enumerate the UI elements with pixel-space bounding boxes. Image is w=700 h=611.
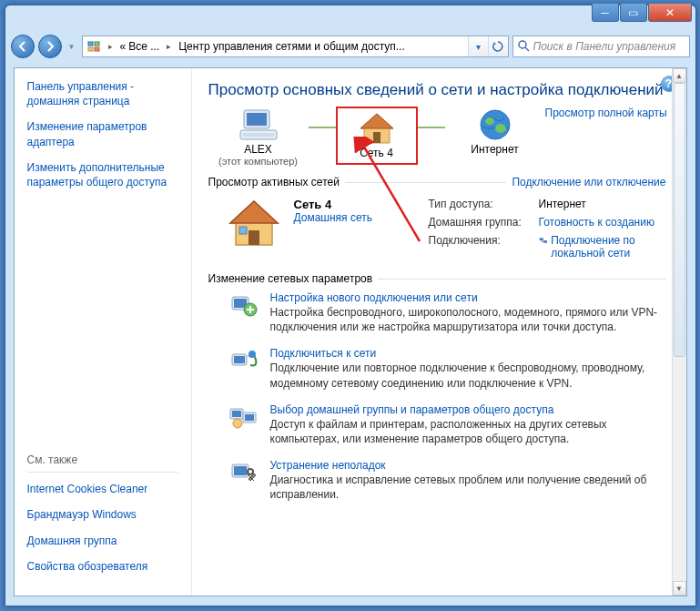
seealso-link[interactable]: Свойства обозревателя (27, 559, 178, 574)
scroll-down-button[interactable]: ▼ (673, 581, 686, 596)
refresh-button[interactable] (488, 36, 508, 57)
svg-rect-3 (95, 47, 99, 51)
scroll-thumb[interactable] (674, 83, 685, 357)
prop-key: Домашняя группа: (429, 216, 533, 229)
network-type-link[interactable]: Домашняя сеть (294, 211, 372, 224)
titlebar: ─ ▭ ✕ (5, 5, 695, 31)
chevron-right-icon[interactable]: ▸ (105, 36, 117, 56)
sidebar-link-sharing[interactable]: Изменить дополнительные параметры общего… (27, 160, 178, 189)
connection-link[interactable]: Подключение по локальной сети (539, 234, 666, 260)
sidebar: Панель управления - домашняя страница Из… (15, 68, 192, 596)
pc-label: ALEX (244, 143, 272, 156)
map-network[interactable]: Сеть 4 (336, 107, 418, 165)
svg-rect-7 (247, 113, 267, 126)
pc-icon (238, 107, 279, 143)
address-dropdown[interactable]: ▾ (468, 36, 488, 57)
svg-point-11 (481, 110, 510, 139)
svg-rect-26 (232, 411, 241, 417)
svg-line-5 (525, 47, 529, 51)
house-icon (357, 110, 397, 147)
sidebar-link-adapter[interactable]: Изменение параметров адаптера (27, 119, 178, 148)
maximize-button[interactable]: ▭ (620, 4, 647, 22)
svg-rect-28 (245, 414, 254, 421)
map-internet[interactable]: Интернет (445, 107, 545, 156)
window: ─ ▭ ✕ ▼ ▸ « Все ... ▸ Центр управления с… (5, 5, 696, 606)
page-title: Просмотр основных сведений о сети и наст… (208, 81, 666, 99)
option-desc: Подключение или повторное подключение к … (270, 361, 666, 390)
pc-sublabel: (этот компьютер) (218, 156, 298, 167)
svg-rect-15 (249, 230, 259, 245)
svg-point-12 (485, 117, 494, 125)
prop-key: Подключения: (429, 234, 533, 260)
content: ? Просмотр основных сведений о сети и на… (192, 68, 686, 596)
network-name: Сеть 4 (294, 198, 372, 211)
house-icon (227, 198, 281, 249)
active-networks-header: Просмотр активных сетей (208, 176, 340, 188)
breadcrumb-prev[interactable]: « Все ... (117, 36, 164, 56)
svg-point-13 (495, 124, 506, 133)
change-settings-header: Изменение сетевых параметров (208, 272, 373, 285)
prop-key: Тип доступа: (429, 198, 533, 210)
seealso-title: См. также (27, 453, 178, 466)
sidebar-link-home[interactable]: Панель управления - домашняя страница (27, 79, 178, 108)
option-title[interactable]: Устранение неполадок (270, 459, 666, 472)
globe-icon (475, 107, 515, 143)
homegroup-icon (228, 403, 259, 431)
option-connect[interactable]: Подключиться к сети Подключение или повт… (208, 341, 666, 396)
svg-rect-9 (243, 133, 274, 137)
svg-rect-16 (239, 227, 247, 234)
option-title[interactable]: Выбор домашней группы и параметров общег… (270, 403, 666, 416)
network-map: ALEX (этот компьютер) Сеть 4 Интернет Пр… (208, 105, 666, 167)
address-bar[interactable]: ▸ « Все ... ▸ Центр управления сетями и … (82, 36, 509, 57)
seealso-link[interactable]: Брандмауэр Windows (27, 507, 178, 522)
option-title[interactable]: Настройка нового подключения или сети (270, 291, 666, 304)
svg-point-4 (519, 41, 526, 48)
search-icon (517, 39, 530, 55)
search-placeholder: Поиск в Панели управления (533, 40, 676, 53)
chevron-right-icon[interactable]: ▸ (163, 36, 175, 56)
troubleshoot-icon (228, 459, 259, 486)
svg-point-24 (249, 351, 256, 358)
option-new-connection[interactable]: Настройка нового подключения или сети На… (208, 285, 666, 341)
back-button[interactable] (11, 35, 35, 58)
prop-value: Интернет (539, 198, 666, 210)
breadcrumb-root-icon[interactable] (83, 36, 105, 56)
minimize-button[interactable]: ─ (592, 4, 619, 22)
seealso-link[interactable]: Домашняя группа (27, 534, 178, 548)
option-troubleshoot[interactable]: Устранение неполадок Диагностика и испра… (208, 453, 666, 508)
internet-label: Интернет (471, 143, 518, 156)
svg-rect-23 (234, 356, 245, 363)
seealso-link[interactable]: Internet Cookies Cleaner (27, 482, 178, 496)
map-this-pc[interactable]: ALEX (этот компьютер) (208, 107, 309, 167)
svg-point-29 (233, 419, 242, 428)
homegroup-link[interactable]: Готовность к созданию (539, 216, 666, 229)
new-connection-icon (228, 291, 259, 319)
network-label: Сеть 4 (360, 147, 393, 159)
option-title[interactable]: Подключиться к сети (270, 347, 666, 360)
connector (418, 127, 445, 128)
full-map-link[interactable]: Просмотр полной карты (545, 107, 667, 119)
connect-icon (228, 347, 259, 374)
connect-disconnect-link[interactable]: Подключение или отключение (512, 176, 665, 188)
divider (27, 472, 178, 473)
breadcrumb-current[interactable]: Центр управления сетями и общим доступ..… (175, 36, 409, 56)
option-desc: Диагностика и исправление сетевых пробле… (270, 473, 666, 502)
svg-rect-31 (234, 466, 247, 475)
history-dropdown[interactable]: ▼ (66, 37, 78, 56)
vertical-scrollbar[interactable]: ▲ ▼ (672, 68, 686, 596)
close-button[interactable]: ✕ (648, 4, 692, 22)
option-desc: Доступ к файлам и принтерам, расположенн… (270, 417, 666, 446)
svg-rect-17 (539, 238, 543, 240)
forward-button[interactable] (38, 35, 62, 58)
svg-point-32 (248, 469, 253, 474)
scroll-up-button[interactable]: ▲ (673, 68, 686, 83)
svg-rect-1 (95, 42, 99, 46)
svg-rect-0 (88, 42, 93, 46)
option-homegroup[interactable]: Выбор домашней группы и параметров общег… (208, 397, 666, 453)
nav-row: ▼ ▸ « Все ... ▸ Центр управления сетями … (5, 31, 695, 62)
svg-rect-10 (373, 132, 380, 143)
svg-rect-2 (88, 47, 93, 51)
search-input[interactable]: Поиск в Панели управления (512, 36, 690, 57)
connector (309, 127, 336, 128)
lan-icon (539, 234, 548, 247)
